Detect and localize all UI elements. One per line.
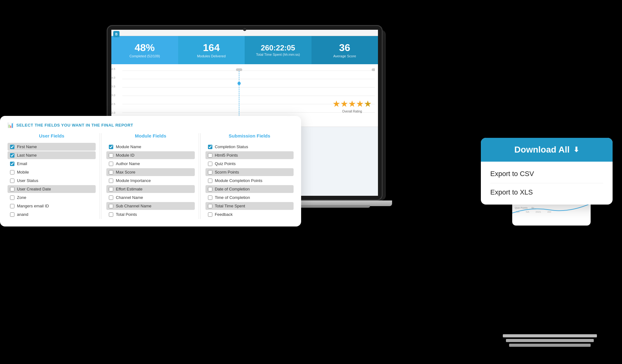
divider-2 bbox=[200, 133, 200, 219]
field-email[interactable]: Email bbox=[8, 160, 96, 168]
field-module-completion-points[interactable]: Module Completion Points bbox=[205, 177, 294, 185]
field-time-of-completion[interactable]: Time of Completion bbox=[205, 194, 294, 201]
field-sub-channel-name[interactable]: Sub Channel Name bbox=[106, 202, 194, 210]
star-rating: ★★★★★ bbox=[332, 99, 372, 109]
field-date-of-completion-checkbox[interactable] bbox=[208, 187, 212, 191]
field-anand[interactable]: anand bbox=[8, 211, 96, 218]
stat-completed-value: 48% bbox=[135, 42, 155, 53]
field-feedback[interactable]: Feedback bbox=[205, 211, 294, 218]
field-scorm-points[interactable]: Scorm Points bbox=[205, 168, 294, 176]
field-channel-name-label: Channel Name bbox=[116, 195, 143, 200]
y-label-4: 2.5 bbox=[111, 102, 115, 106]
field-email-label: Email bbox=[17, 161, 27, 166]
fields-columns: User Fields First Name Last Name Email M… bbox=[8, 133, 294, 219]
field-channel-name[interactable]: Channel Name bbox=[106, 194, 194, 201]
field-module-completion-points-label: Module Completion Points bbox=[215, 178, 263, 183]
field-module-id[interactable]: Module ID bbox=[106, 151, 194, 159]
field-quiz-points[interactable]: Quiz Points bbox=[205, 160, 294, 168]
field-author-name-checkbox[interactable] bbox=[109, 162, 113, 166]
field-max-score-label: Max Score bbox=[116, 170, 135, 174]
field-completion-status-label: Completion Status bbox=[215, 144, 248, 149]
field-module-name-checkbox[interactable] bbox=[109, 145, 113, 149]
field-effort-estimate-label: Effort Estimate bbox=[116, 187, 142, 191]
field-module-completion-points-checkbox[interactable] bbox=[208, 179, 212, 183]
stat-completed: 48% Completed (52/109) bbox=[111, 36, 178, 64]
field-max-score[interactable]: Max Score bbox=[106, 168, 194, 176]
field-module-name[interactable]: Module Name bbox=[106, 143, 194, 151]
field-mobile[interactable]: Mobile bbox=[8, 168, 96, 176]
bottom-stacked-devices bbox=[503, 334, 597, 348]
field-managers-email-label: Mangers email ID bbox=[17, 204, 49, 208]
field-quiz-points-checkbox[interactable] bbox=[208, 162, 212, 166]
field-total-points[interactable]: Total Points bbox=[106, 211, 194, 218]
field-email-checkbox[interactable] bbox=[10, 162, 14, 166]
field-zone-checkbox[interactable] bbox=[10, 195, 14, 200]
field-mobile-checkbox[interactable] bbox=[10, 170, 14, 174]
field-last-name-label: Last Name bbox=[17, 153, 37, 158]
download-all-button[interactable]: Download All ⬇ bbox=[481, 138, 613, 162]
submission-fields-title: Submission Fields bbox=[205, 133, 294, 138]
export-xls-option[interactable]: Export to XLS bbox=[490, 183, 603, 201]
field-effort-estimate[interactable]: Effort Estimate bbox=[106, 185, 194, 193]
field-anand-label: anand bbox=[17, 212, 28, 217]
field-module-importance[interactable]: Module Importance bbox=[106, 177, 194, 185]
module-fields-title: Module Fields bbox=[106, 133, 194, 138]
field-html5-points-checkbox[interactable] bbox=[208, 153, 212, 158]
field-effort-estimate-checkbox[interactable] bbox=[109, 187, 113, 191]
field-user-status-checkbox[interactable] bbox=[10, 179, 14, 183]
field-time-of-completion-label: Time of Completion bbox=[215, 195, 250, 200]
field-time-of-completion-checkbox[interactable] bbox=[208, 195, 212, 200]
divider-1 bbox=[101, 133, 101, 219]
stat-time-label: Total Time Spent (hh:mm:ss) bbox=[256, 53, 300, 56]
field-anand-checkbox[interactable] bbox=[10, 212, 14, 217]
field-module-importance-checkbox[interactable] bbox=[109, 179, 113, 183]
field-first-name[interactable]: First Name bbox=[8, 143, 96, 151]
field-managers-email[interactable]: Mangers email ID bbox=[8, 202, 96, 210]
field-scorm-points-checkbox[interactable] bbox=[208, 170, 212, 174]
field-max-score-checkbox[interactable] bbox=[109, 170, 113, 174]
field-date-of-completion-label: Date of Completion bbox=[215, 187, 250, 191]
export-csv-label: Export to CSV bbox=[490, 170, 534, 178]
field-total-time-spent[interactable]: Total Time Spent bbox=[205, 202, 294, 210]
field-total-time-spent-checkbox[interactable] bbox=[208, 204, 212, 208]
field-html5-points-label: Html5 Points bbox=[215, 153, 238, 158]
field-last-name[interactable]: Last Name bbox=[8, 151, 96, 159]
stat-modules: 164 Modules Delivered bbox=[178, 36, 245, 64]
field-last-name-checkbox[interactable] bbox=[10, 153, 14, 158]
field-feedback-checkbox[interactable] bbox=[208, 212, 212, 217]
export-xls-label: Export to XLS bbox=[490, 188, 533, 196]
stack-line-3 bbox=[509, 344, 591, 347]
field-zone-label: Zone bbox=[17, 195, 26, 200]
field-completion-status-checkbox[interactable] bbox=[208, 145, 212, 149]
laptop-camera bbox=[243, 28, 246, 31]
stats-bar: 48% Completed (52/109) 164 Modules Deliv… bbox=[111, 36, 378, 64]
download-icon: ⬇ bbox=[573, 146, 579, 154]
field-author-name[interactable]: Author Name bbox=[106, 160, 194, 168]
y-label-0: 4.5 bbox=[111, 67, 115, 70]
field-completion-status[interactable]: Completion Status bbox=[205, 143, 294, 151]
field-module-id-label: Module ID bbox=[116, 153, 134, 158]
field-zone[interactable]: Zone bbox=[8, 194, 96, 201]
field-mobile-label: Mobile bbox=[17, 170, 29, 174]
app-logo: B bbox=[113, 31, 120, 37]
field-scorm-points-label: Scorm Points bbox=[215, 170, 239, 174]
field-module-id-checkbox[interactable] bbox=[109, 153, 113, 158]
field-total-points-label: Total Points bbox=[116, 212, 137, 217]
svg-rect-9 bbox=[372, 68, 375, 71]
field-sub-channel-name-checkbox[interactable] bbox=[109, 204, 113, 208]
field-user-status-label: User Status bbox=[17, 178, 38, 183]
field-date-of-completion[interactable]: Date of Completion bbox=[205, 185, 294, 193]
field-channel-name-checkbox[interactable] bbox=[109, 195, 113, 200]
field-user-status[interactable]: User Status bbox=[8, 177, 96, 185]
field-user-created-date-checkbox[interactable] bbox=[10, 187, 14, 191]
field-managers-email-checkbox[interactable] bbox=[10, 204, 14, 208]
field-html5-points[interactable]: Html5 Points bbox=[205, 151, 294, 159]
stat-score-value: 36 bbox=[339, 42, 350, 53]
field-total-points-checkbox[interactable] bbox=[109, 212, 113, 217]
field-first-name-checkbox[interactable] bbox=[10, 145, 14, 149]
export-csv-option[interactable]: Export to CSV bbox=[490, 165, 603, 183]
svg-point-7 bbox=[237, 82, 241, 85]
field-user-created-date[interactable]: User Created Date bbox=[8, 185, 96, 193]
user-fields-title: User Fields bbox=[8, 133, 96, 138]
stat-score-label: Average Score bbox=[333, 54, 356, 58]
